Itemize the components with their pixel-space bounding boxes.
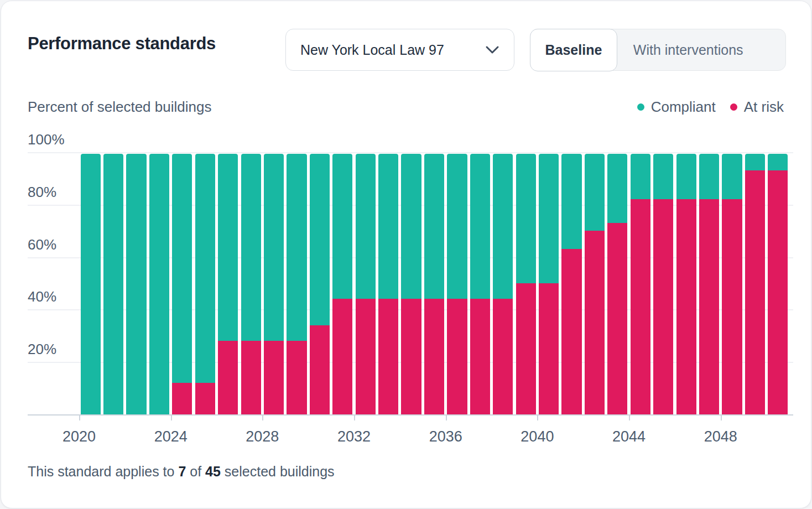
bar-2030-at-risk[interactable] bbox=[310, 325, 330, 414]
x-axis-tick-2024 bbox=[171, 415, 172, 420]
bar-2041-at-risk[interactable] bbox=[561, 249, 581, 414]
x-axis-tick-2020 bbox=[79, 415, 80, 420]
bar-2031-at-risk[interactable] bbox=[332, 299, 352, 414]
bar-2046-at-risk[interactable] bbox=[676, 199, 696, 414]
bar-2049-at-risk[interactable] bbox=[745, 170, 765, 414]
x-axis-tick-2028 bbox=[262, 415, 263, 420]
bar-2044-at-risk[interactable] bbox=[631, 199, 650, 414]
footer-note-mid: of bbox=[190, 464, 201, 479]
y-axis-label-100: 100% bbox=[28, 131, 65, 148]
x-axis-label-2048: 2048 bbox=[696, 428, 746, 445]
footer-note-prefix: This standard applies to bbox=[28, 464, 174, 479]
bar-2035-at-risk[interactable] bbox=[424, 299, 444, 414]
bar-2046-compliant[interactable] bbox=[676, 154, 696, 199]
x-axis-label-2020: 2020 bbox=[54, 428, 104, 445]
gridline-100 bbox=[28, 152, 793, 153]
bar-2038-compliant[interactable] bbox=[493, 154, 513, 299]
bar-2039-at-risk[interactable] bbox=[516, 283, 536, 414]
bar-2024-at-risk[interactable] bbox=[172, 383, 192, 414]
footer-note-total: 45 bbox=[205, 464, 221, 479]
bar-2042-compliant[interactable] bbox=[585, 154, 605, 231]
bar-2033-at-risk[interactable] bbox=[378, 299, 398, 414]
bar-2022-compliant[interactable] bbox=[126, 154, 146, 414]
bar-2032-at-risk[interactable] bbox=[356, 299, 376, 414]
x-axis-label-2040: 2040 bbox=[512, 428, 562, 445]
bar-2044-compliant[interactable] bbox=[631, 154, 650, 199]
footer-note-suffix: selected buildings bbox=[225, 464, 335, 479]
y-axis-label-80: 80% bbox=[28, 184, 56, 200]
bar-2025-compliant[interactable] bbox=[195, 154, 215, 383]
y-axis-label-20: 20% bbox=[28, 341, 56, 357]
bar-2040-at-risk[interactable] bbox=[539, 283, 559, 414]
bar-2021-compliant[interactable] bbox=[103, 154, 123, 414]
bar-2050-at-risk[interactable] bbox=[768, 170, 788, 414]
bar-2031-compliant[interactable] bbox=[332, 154, 352, 299]
x-axis-label-2036: 2036 bbox=[421, 428, 471, 445]
x-axis-label-2032: 2032 bbox=[329, 428, 379, 445]
x-axis-label-2024: 2024 bbox=[146, 428, 196, 445]
bar-2039-compliant[interactable] bbox=[516, 154, 536, 283]
bar-2029-at-risk[interactable] bbox=[287, 341, 306, 414]
bar-2037-at-risk[interactable] bbox=[470, 299, 490, 414]
bar-2045-at-risk[interactable] bbox=[653, 199, 673, 414]
bar-2035-compliant[interactable] bbox=[424, 154, 444, 299]
bar-2033-compliant[interactable] bbox=[378, 154, 398, 299]
bar-2020-compliant[interactable] bbox=[81, 154, 101, 414]
bar-2028-compliant[interactable] bbox=[264, 154, 284, 341]
bar-2027-at-risk[interactable] bbox=[241, 341, 261, 414]
bar-2048-compliant[interactable] bbox=[722, 154, 742, 199]
bar-2043-compliant[interactable] bbox=[607, 154, 627, 223]
footer-note-count: 7 bbox=[178, 464, 186, 479]
bar-2027-compliant[interactable] bbox=[241, 154, 261, 341]
x-axis-tick-2036 bbox=[446, 415, 447, 420]
x-axis-tick-2044 bbox=[629, 415, 630, 420]
bar-2034-at-risk[interactable] bbox=[401, 299, 421, 414]
bar-2048-at-risk[interactable] bbox=[722, 199, 742, 414]
bar-2025-at-risk[interactable] bbox=[195, 383, 215, 414]
x-axis-label-2028: 2028 bbox=[237, 428, 287, 445]
bar-2036-compliant[interactable] bbox=[447, 154, 467, 299]
bar-2030-compliant[interactable] bbox=[310, 154, 330, 325]
bar-2047-at-risk[interactable] bbox=[699, 199, 719, 414]
x-axis-tick-2040 bbox=[537, 415, 538, 420]
bar-2049-compliant[interactable] bbox=[745, 154, 765, 170]
bar-2042-at-risk[interactable] bbox=[585, 231, 605, 414]
bar-2026-compliant[interactable] bbox=[218, 154, 238, 341]
bar-2026-at-risk[interactable] bbox=[218, 341, 238, 414]
bar-2038-at-risk[interactable] bbox=[493, 299, 513, 414]
footer-note: This standard applies to 7 of 45 selecte… bbox=[28, 463, 335, 480]
bar-2024-compliant[interactable] bbox=[172, 154, 192, 383]
bar-2034-compliant[interactable] bbox=[401, 154, 421, 299]
bar-2036-at-risk[interactable] bbox=[447, 299, 467, 414]
y-axis-label-60: 60% bbox=[28, 236, 56, 253]
bar-2037-compliant[interactable] bbox=[470, 154, 490, 299]
bar-2029-compliant[interactable] bbox=[287, 154, 306, 341]
bar-2043-at-risk[interactable] bbox=[607, 223, 627, 414]
bar-2028-at-risk[interactable] bbox=[264, 341, 284, 414]
bar-2050-compliant[interactable] bbox=[768, 154, 788, 170]
x-axis-label-2044: 2044 bbox=[604, 428, 654, 445]
performance-standards-card: Performance standards New York Local Law… bbox=[1, 1, 811, 508]
bar-2047-compliant[interactable] bbox=[699, 154, 719, 199]
y-axis-label-40: 40% bbox=[28, 288, 56, 305]
chart-plot-area: 20%40%60%80%100%202020242028203220362040… bbox=[1, 1, 811, 508]
bar-2040-compliant[interactable] bbox=[539, 154, 559, 283]
bar-2023-compliant[interactable] bbox=[149, 154, 169, 414]
x-axis-tick-2048 bbox=[721, 415, 722, 420]
x-axis-tick-2032 bbox=[354, 415, 355, 420]
bar-2032-compliant[interactable] bbox=[356, 154, 376, 299]
bar-2041-compliant[interactable] bbox=[561, 154, 581, 249]
x-axis-line bbox=[28, 414, 793, 415]
bar-2045-compliant[interactable] bbox=[653, 154, 673, 199]
